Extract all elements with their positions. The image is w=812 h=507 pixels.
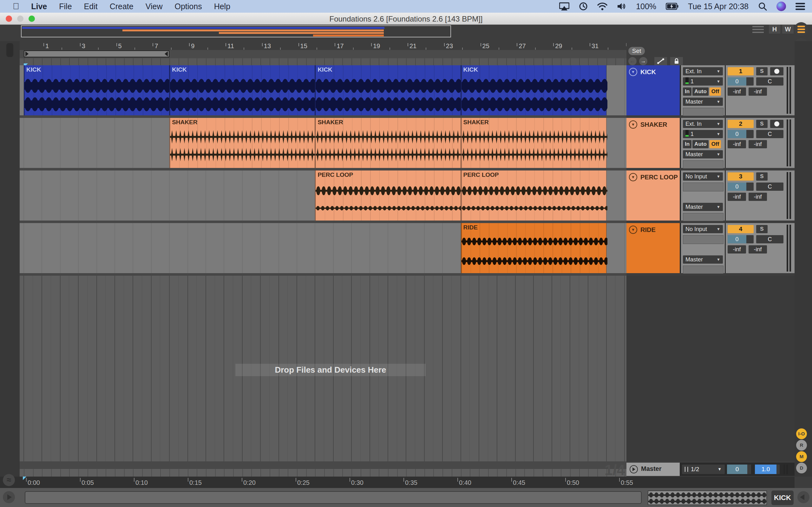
beat-time-chooser[interactable]: 1/2 ▼	[682, 464, 725, 474]
monitor-auto-button[interactable]: Auto	[693, 88, 709, 96]
crossfade-button[interactable]: C	[756, 235, 783, 243]
output-channel-box[interactable]	[683, 160, 723, 169]
track-title-perc-loop[interactable]: ▼ PERC LOOP	[626, 170, 680, 221]
track-fold-icon[interactable]: ▼	[629, 226, 637, 234]
pan-slider[interactable]: 0	[728, 235, 754, 243]
bar-ruler[interactable]: 13579111315171921232527293133	[20, 41, 626, 50]
scrub-area[interactable]	[20, 58, 626, 65]
clip-shaker[interactable]: SHAKER	[315, 118, 461, 168]
lock-envelopes-button[interactable]	[670, 57, 683, 65]
menu-view[interactable]: View	[146, 2, 163, 11]
input-channel-chooser[interactable]: 1▼	[683, 130, 723, 138]
track-activator[interactable]: 3	[728, 172, 754, 181]
bar-number[interactable]: 7	[153, 43, 158, 50]
master-title[interactable]: Master	[626, 463, 680, 476]
loop-brace[interactable]	[24, 50, 169, 57]
volume-field[interactable]: -inf	[728, 193, 746, 201]
arrangement-overview[interactable]	[21, 25, 451, 38]
volume-field[interactable]: -inf	[728, 140, 746, 148]
monitor-in-button[interactable]: In	[683, 88, 692, 96]
play-circle-icon[interactable]	[629, 465, 638, 473]
output-chooser[interactable]: Master▼	[683, 256, 723, 264]
optimize-width-button[interactable]: W	[782, 25, 794, 34]
menu-options[interactable]: Options	[174, 2, 202, 11]
arm-record-button[interactable]	[770, 120, 783, 128]
playhead-marker[interactable]	[23, 476, 26, 480]
section-toggle-io[interactable]: I-O	[796, 429, 807, 439]
master-volume-slider[interactable]: 1.0	[755, 464, 780, 474]
output-chooser[interactable]: Master▼	[683, 203, 723, 211]
bar-number[interactable]: 29	[553, 43, 562, 50]
clip-ride[interactable]: RIDE	[461, 223, 606, 273]
bar-number[interactable]: 15	[299, 43, 307, 50]
crossfade-button[interactable]: C	[756, 130, 783, 138]
bar-number[interactable]: 21	[408, 43, 416, 50]
volume-field-2[interactable]: -inf	[749, 245, 767, 253]
vertical-scroll-thumb[interactable]	[6, 43, 13, 57]
info-status-line[interactable]	[25, 491, 642, 504]
arm-record-button[interactable]	[770, 67, 783, 75]
input-channel-box[interactable]	[683, 182, 723, 191]
track-lane-perc-loop[interactable]: PERC LOOPPERC LOOP	[20, 170, 626, 221]
battery-icon[interactable]	[666, 3, 678, 10]
spotlight-icon[interactable]	[758, 2, 767, 11]
output-channel-box[interactable]	[683, 213, 723, 221]
monitor-off-button[interactable]: Off	[710, 140, 721, 148]
volume-field-2[interactable]: -inf	[749, 140, 767, 148]
volume-field-2[interactable]: -inf	[749, 88, 767, 96]
crossfade-button[interactable]: C	[756, 182, 783, 191]
clip-kick[interactable]: KICK	[169, 65, 315, 115]
track-activator[interactable]: 1	[728, 67, 754, 75]
input-channel-box[interactable]	[683, 235, 723, 244]
bar-number[interactable]: 3	[80, 43, 85, 50]
bar-number[interactable]: 25	[480, 43, 490, 50]
menu-live[interactable]: Live	[31, 2, 47, 11]
bar-number[interactable]: 5	[116, 43, 122, 50]
clip-shaker[interactable]: SHAKER	[461, 118, 606, 168]
output-chooser[interactable]: Master▼	[683, 98, 723, 106]
section-toggle-r[interactable]: R	[796, 440, 807, 451]
screen-mirroring-icon[interactable]	[559, 2, 569, 10]
input-type-chooser[interactable]: Ext. In▼	[683, 67, 723, 75]
input-type-chooser[interactable]: Ext. In▼	[683, 120, 723, 128]
track-activator[interactable]: 4	[728, 225, 754, 233]
set-locator-button[interactable]: Set	[628, 47, 645, 55]
control-center-icon[interactable]	[796, 3, 805, 10]
track-title-shaker[interactable]: ▼ SHAKER	[626, 118, 680, 168]
bar-number[interactable]: 13	[262, 43, 271, 50]
horizontal-scroll-band[interactable]	[20, 461, 626, 469]
input-type-chooser[interactable]: No Input▼	[683, 225, 723, 233]
siri-icon[interactable]	[776, 2, 786, 11]
pan-slider[interactable]: 0	[728, 130, 754, 138]
back-arrow-icon[interactable]	[798, 491, 809, 503]
bar-number[interactable]: 17	[335, 43, 344, 50]
grab-handle-icon[interactable]	[752, 26, 764, 35]
solo-button[interactable]: S	[756, 67, 768, 75]
bar-number[interactable]: 31	[590, 43, 599, 50]
bar-number[interactable]: 1	[44, 43, 49, 50]
track-fold-icon[interactable]: ▼	[629, 173, 637, 181]
output-channel-box[interactable]	[683, 266, 723, 274]
bar-number[interactable]: 23	[444, 43, 453, 50]
input-channel-chooser[interactable]: 1▼	[683, 77, 723, 86]
time-machine-icon[interactable]	[579, 2, 588, 11]
clip-preview-waveform[interactable]	[648, 491, 767, 505]
clip-kick[interactable]: KICK	[24, 65, 169, 115]
optimize-height-button[interactable]: H	[769, 25, 780, 34]
monitor-in-button[interactable]: In	[683, 140, 692, 148]
bar-number[interactable]: 27	[517, 43, 525, 50]
input-type-chooser[interactable]: No Input▼	[683, 172, 723, 181]
menu-create[interactable]: Create	[110, 2, 134, 11]
track-lane-kick[interactable]: KICKKICKKICKKICK	[20, 65, 626, 115]
volume-field[interactable]: -inf	[728, 245, 746, 253]
wifi-icon[interactable]	[597, 2, 607, 10]
pan-slider[interactable]: 0	[728, 77, 754, 86]
menu-help[interactable]: Help	[214, 2, 230, 11]
master-pan-slider[interactable]: 0	[727, 464, 751, 474]
output-channel-box[interactable]	[683, 108, 723, 116]
solo-button[interactable]: S	[756, 225, 768, 233]
bar-number[interactable]: 11	[225, 43, 234, 50]
track-fold-icon[interactable]: ▼	[629, 68, 637, 76]
track-lane-ride[interactable]: RIDE	[20, 223, 626, 273]
track-title-ride[interactable]: ▼ RIDE	[626, 223, 680, 273]
